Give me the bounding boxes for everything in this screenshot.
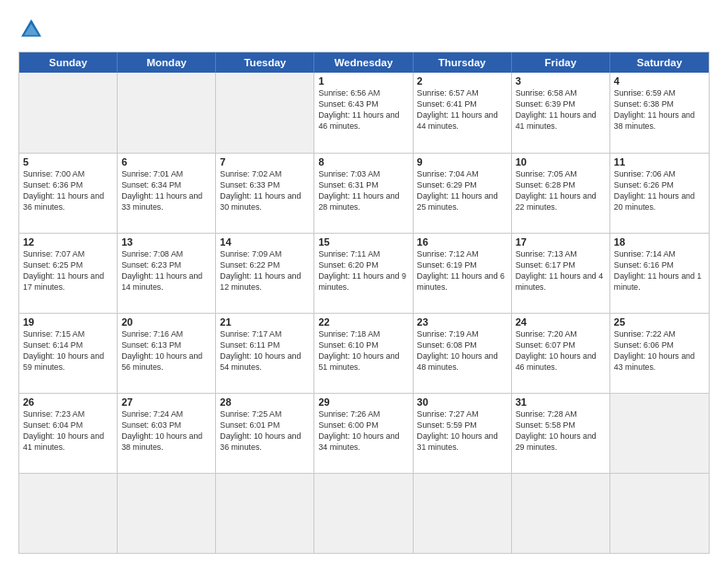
calendar-cell [216,73,314,153]
calendar-row: 5Sunrise: 7:00 AM Sunset: 6:36 PM Daylig… [19,153,709,233]
day-info: Sunrise: 7:14 AM Sunset: 6:16 PM Dayligh… [614,249,705,293]
calendar-cell [216,474,314,553]
calendar-cell: 28Sunrise: 7:25 AM Sunset: 6:01 PM Dayli… [216,394,314,473]
calendar-cell: 1Sunrise: 6:56 AM Sunset: 6:43 PM Daylig… [314,73,413,153]
page: SundayMondayTuesdayWednesdayThursdayFrid… [0,0,728,563]
day-number: 11 [614,156,705,167]
day-info: Sunrise: 7:24 AM Sunset: 6:03 PM Dayligh… [121,409,211,454]
calendar-header-cell: Friday [512,52,610,73]
calendar: SundayMondayTuesdayWednesdayThursdayFrid… [18,52,710,554]
day-number: 25 [614,316,705,327]
calendar-cell: 17Sunrise: 7:13 AM Sunset: 6:17 PM Dayli… [512,234,610,313]
day-info: Sunrise: 7:07 AM Sunset: 6:25 PM Dayligh… [23,249,113,293]
calendar-cell: 27Sunrise: 7:24 AM Sunset: 6:03 PM Dayli… [118,394,216,473]
day-info: Sunrise: 7:20 AM Sunset: 6:07 PM Dayligh… [516,329,606,373]
day-number: 21 [220,316,310,327]
day-number: 1 [318,75,408,86]
calendar-header-cell: Tuesday [216,52,314,73]
day-info: Sunrise: 7:16 AM Sunset: 6:13 PM Dayligh… [121,329,211,373]
day-info: Sunrise: 7:09 AM Sunset: 6:22 PM Dayligh… [220,249,310,293]
calendar-cell: 10Sunrise: 7:05 AM Sunset: 6:28 PM Dayli… [512,154,610,233]
day-info: Sunrise: 7:01 AM Sunset: 6:34 PM Dayligh… [121,169,211,213]
calendar-cell: 6Sunrise: 7:01 AM Sunset: 6:34 PM Daylig… [118,154,216,233]
day-info: Sunrise: 7:15 AM Sunset: 6:14 PM Dayligh… [23,329,113,373]
day-info: Sunrise: 7:23 AM Sunset: 6:04 PM Dayligh… [23,409,113,454]
calendar-row: 26Sunrise: 7:23 AM Sunset: 6:04 PM Dayli… [19,393,709,473]
calendar-row: 12Sunrise: 7:07 AM Sunset: 6:25 PM Dayli… [19,233,709,313]
day-number: 13 [121,236,211,247]
calendar-cell: 2Sunrise: 6:57 AM Sunset: 6:41 PM Daylig… [414,73,512,153]
calendar-cell: 29Sunrise: 7:26 AM Sunset: 6:00 PM Dayli… [314,394,413,473]
logo-icon [18,17,44,42]
day-info: Sunrise: 7:08 AM Sunset: 6:23 PM Dayligh… [121,249,211,293]
calendar-cell: 7Sunrise: 7:02 AM Sunset: 6:33 PM Daylig… [216,154,314,233]
header [18,17,710,42]
calendar-row: 1Sunrise: 6:56 AM Sunset: 6:43 PM Daylig… [19,73,709,153]
day-info: Sunrise: 7:26 AM Sunset: 6:00 PM Dayligh… [318,409,408,454]
day-info: Sunrise: 7:13 AM Sunset: 6:17 PM Dayligh… [516,249,606,293]
day-number: 31 [516,396,606,408]
day-info: Sunrise: 7:17 AM Sunset: 6:11 PM Dayligh… [220,329,310,373]
day-number: 23 [417,316,507,327]
day-number: 20 [121,316,211,327]
calendar-cell: 23Sunrise: 7:19 AM Sunset: 6:08 PM Dayli… [414,314,512,393]
day-number: 5 [23,156,113,167]
calendar-cell: 22Sunrise: 7:18 AM Sunset: 6:10 PM Dayli… [314,314,413,393]
day-info: Sunrise: 6:56 AM Sunset: 6:43 PM Dayligh… [318,88,408,132]
day-number: 27 [121,396,211,408]
day-number: 18 [614,236,705,247]
calendar-cell: 5Sunrise: 7:00 AM Sunset: 6:36 PM Daylig… [19,154,118,233]
calendar-cell: 8Sunrise: 7:03 AM Sunset: 6:31 PM Daylig… [314,154,413,233]
day-number: 17 [516,236,606,247]
day-info: Sunrise: 7:19 AM Sunset: 6:08 PM Dayligh… [417,329,507,373]
calendar-header-cell: Wednesday [314,52,413,73]
calendar-cell: 11Sunrise: 7:06 AM Sunset: 6:26 PM Dayli… [610,154,709,233]
calendar-cell: 21Sunrise: 7:17 AM Sunset: 6:11 PM Dayli… [216,314,314,393]
day-info: Sunrise: 7:11 AM Sunset: 6:20 PM Dayligh… [318,249,408,293]
calendar-cell [314,474,413,553]
calendar-header-cell: Monday [118,52,216,73]
calendar-cell: 16Sunrise: 7:12 AM Sunset: 6:19 PM Dayli… [414,234,512,313]
day-number: 8 [318,156,408,167]
day-info: Sunrise: 7:25 AM Sunset: 6:01 PM Dayligh… [220,409,310,454]
calendar-header: SundayMondayTuesdayWednesdayThursdayFrid… [19,52,709,73]
day-info: Sunrise: 7:18 AM Sunset: 6:10 PM Dayligh… [318,329,408,373]
calendar-cell [610,394,709,473]
calendar-cell: 31Sunrise: 7:28 AM Sunset: 5:58 PM Dayli… [512,394,610,473]
calendar-cell: 26Sunrise: 7:23 AM Sunset: 6:04 PM Dayli… [19,394,118,473]
calendar-cell: 15Sunrise: 7:11 AM Sunset: 6:20 PM Dayli… [314,234,413,313]
day-info: Sunrise: 7:12 AM Sunset: 6:19 PM Dayligh… [417,249,507,293]
calendar-cell [19,73,118,153]
calendar-cell [19,474,118,553]
day-info: Sunrise: 7:06 AM Sunset: 6:26 PM Dayligh… [614,169,705,213]
calendar-cell: 14Sunrise: 7:09 AM Sunset: 6:22 PM Dayli… [216,234,314,313]
calendar-cell: 24Sunrise: 7:20 AM Sunset: 6:07 PM Dayli… [512,314,610,393]
day-number: 30 [417,396,507,408]
calendar-header-cell: Thursday [414,52,512,73]
day-info: Sunrise: 7:00 AM Sunset: 6:36 PM Dayligh… [23,169,113,213]
day-number: 9 [417,156,507,167]
day-number: 24 [516,316,606,327]
day-info: Sunrise: 6:58 AM Sunset: 6:39 PM Dayligh… [516,88,606,132]
day-info: Sunrise: 7:02 AM Sunset: 6:33 PM Dayligh… [220,169,310,213]
day-info: Sunrise: 7:05 AM Sunset: 6:28 PM Dayligh… [516,169,606,213]
calendar-cell [610,474,709,553]
day-info: Sunrise: 7:27 AM Sunset: 5:59 PM Dayligh… [417,409,507,454]
day-number: 7 [220,156,310,167]
day-info: Sunrise: 7:04 AM Sunset: 6:29 PM Dayligh… [417,169,507,213]
day-number: 6 [121,156,211,167]
calendar-row: 19Sunrise: 7:15 AM Sunset: 6:14 PM Dayli… [19,313,709,393]
day-info: Sunrise: 6:59 AM Sunset: 6:38 PM Dayligh… [614,88,705,132]
day-number: 16 [417,236,507,247]
calendar-row [19,473,709,553]
day-number: 19 [23,316,113,327]
calendar-body: 1Sunrise: 6:56 AM Sunset: 6:43 PM Daylig… [19,73,709,553]
day-info: Sunrise: 7:28 AM Sunset: 5:58 PM Dayligh… [516,409,606,454]
calendar-cell [512,474,610,553]
calendar-cell: 4Sunrise: 6:59 AM Sunset: 6:38 PM Daylig… [610,73,709,153]
calendar-cell: 13Sunrise: 7:08 AM Sunset: 6:23 PM Dayli… [118,234,216,313]
calendar-cell: 18Sunrise: 7:14 AM Sunset: 6:16 PM Dayli… [610,234,709,313]
calendar-cell: 19Sunrise: 7:15 AM Sunset: 6:14 PM Dayli… [19,314,118,393]
day-number: 12 [23,236,113,247]
calendar-cell: 20Sunrise: 7:16 AM Sunset: 6:13 PM Dayli… [118,314,216,393]
